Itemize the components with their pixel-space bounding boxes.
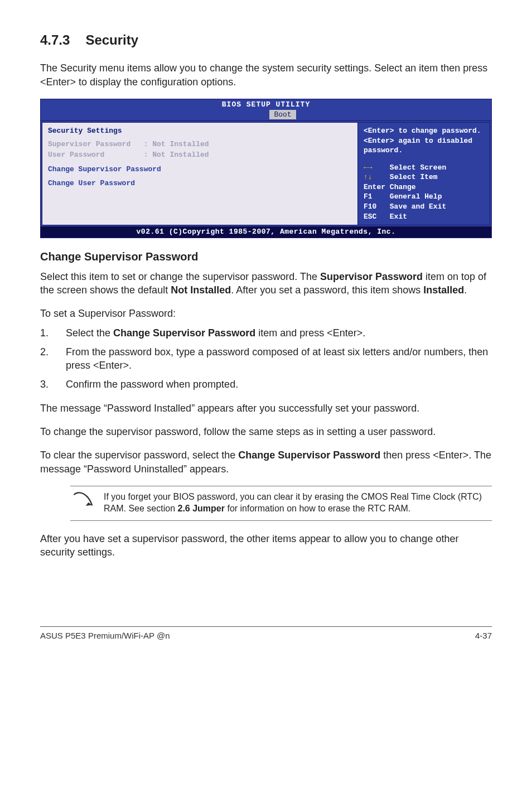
bios-right-pane: <Enter> to change password. <Enter> agai… — [357, 122, 490, 225]
list-item: 2. From the password box, type a passwor… — [40, 345, 492, 373]
text-bold: Change Supervisor Password — [113, 327, 255, 339]
bios-row-supervisor: Supervisor Password : Not Installed — [48, 139, 352, 149]
bios-key-select-item: Select Item — [390, 173, 438, 181]
bios-key-enter-l: Enter — [364, 183, 385, 191]
text-frag: item and press <Enter>. — [255, 327, 365, 339]
step-number: 2. — [40, 345, 66, 373]
bios-row-user: User Password : Not Installed — [48, 150, 352, 160]
note-icon — [72, 491, 94, 512]
step-number: 1. — [40, 326, 66, 340]
bios-tab-boot: Boot — [269, 110, 296, 120]
paragraph-installed-msg: The message “Password Installed” appears… — [40, 402, 492, 415]
section-title: Security — [85, 32, 138, 47]
bios-keys: ←→ Select Screen ↑↓ Select Item Enter Ch… — [364, 163, 484, 221]
paragraph-after-set: After you have set a supervisor password… — [40, 532, 492, 559]
bios-key-esc-l: ESC — [364, 212, 376, 221]
bios-key-esc-r: Exit — [390, 212, 407, 221]
paragraph-to-set: To set a Supervisor Password: — [40, 307, 492, 320]
paragraph-change-same-steps: To change the supervisor password, follo… — [40, 425, 492, 438]
text-bold: Supervisor Password — [320, 271, 423, 282]
text-bold: Not Installed — [171, 284, 231, 296]
bios-item-change-supervisor: Change Supervisor Password — [48, 165, 352, 175]
text-frag: . — [464, 284, 467, 296]
note-block: If you forget your BIOS password, you ca… — [70, 486, 492, 521]
subheading-change-supervisor: Change Supervisor Password — [40, 249, 492, 264]
bios-row-user-label: User Password — [48, 151, 104, 159]
bios-key-f1-r: General Help — [390, 192, 442, 201]
bios-item-change-user: Change User Password — [48, 178, 352, 189]
bios-key-f10-l: F10 — [364, 202, 376, 211]
section-heading: 4.7.3Security — [40, 31, 492, 49]
note-text: If you forget your BIOS password, you ca… — [104, 491, 490, 515]
bios-key-f10-r: Save and Exit — [390, 202, 446, 211]
text-frag: for information on how to erase the RTC … — [225, 504, 410, 513]
text-frag: . After you set a password, this item sh… — [231, 284, 423, 296]
bios-header: BIOS SETUP UTILITY Boot — [41, 99, 491, 120]
list-item: 3. Confirm the password when prompted. — [40, 378, 492, 391]
text-bold: Change Supervisor Password — [238, 450, 380, 461]
step-text: Select the Change Supervisor Password it… — [66, 326, 492, 340]
bios-footer: v02.61 (C)Copyright 1985-2007, American … — [41, 226, 491, 238]
text-bold: Installed — [423, 284, 464, 296]
text-frag: Select the — [66, 327, 113, 339]
bios-security-heading: Security Settings — [48, 126, 352, 136]
text-frag: Select this item to set or change the su… — [40, 271, 320, 282]
bios-screenshot: BIOS SETUP UTILITY Boot Security Setting… — [40, 99, 492, 238]
step-number: 3. — [40, 378, 66, 391]
text-bold: 2.6 Jumper — [178, 504, 225, 513]
footer-left: ASUS P5E3 Premium/WiFi-AP @n — [40, 630, 170, 641]
bios-left-pane: Security Settings Supervisor Password : … — [42, 122, 357, 225]
paragraph-clear-password: To clear the supervisor password, select… — [40, 448, 492, 476]
section-number: 4.7.3 — [40, 31, 70, 49]
paragraph-change-supervisor: Select this item to set or change the su… — [40, 270, 492, 297]
bios-key-enter-r: Change — [390, 183, 416, 191]
footer-right: 4-37 — [475, 630, 492, 641]
text-frag: To clear the supervisor password, select… — [40, 450, 238, 461]
bios-row-user-value: : Not Installed — [144, 151, 209, 159]
steps-list: 1. Select the Change Supervisor Password… — [40, 326, 492, 392]
step-text: Confirm the password when prompted. — [66, 378, 492, 391]
bios-row-supervisor-value: : Not Installed — [144, 140, 209, 148]
bios-hint: <Enter> to change password. <Enter> agai… — [364, 126, 484, 156]
list-item: 1. Select the Change Supervisor Password… — [40, 326, 492, 340]
bios-key-f1-l: F1 — [364, 192, 373, 201]
intro-paragraph: The Security menu items allow you to cha… — [40, 61, 492, 89]
arrows-lr-icon: ←→ — [364, 163, 373, 172]
step-text: From the password box, type a password c… — [66, 345, 492, 373]
bios-row-supervisor-label: Supervisor Password — [48, 140, 130, 148]
bios-title: BIOS SETUP UTILITY — [41, 100, 491, 110]
page-footer: ASUS P5E3 Premium/WiFi-AP @n 4-37 — [40, 626, 492, 641]
bios-key-select-screen: Select Screen — [390, 163, 446, 172]
arrows-ud-icon: ↑↓ — [364, 173, 373, 181]
